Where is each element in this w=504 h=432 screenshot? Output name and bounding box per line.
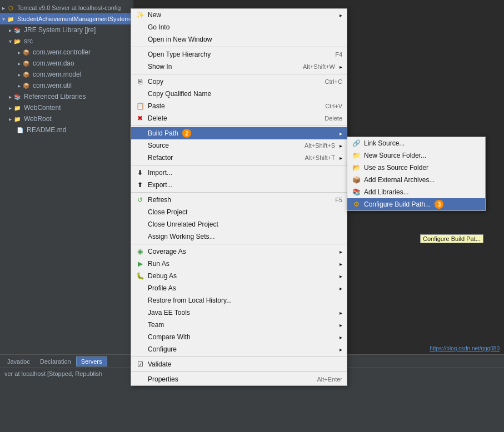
tree-item-student[interactable]: 📁 StudentAchievementManagementSystem-mas… — [0, 13, 133, 24]
menu-item-debugas[interactable]: 🐛 Debug As ▸ — [131, 270, 347, 282]
tree-item-src[interactable]: 📂 src — [0, 36, 133, 47]
empty-icon — [136, 50, 144, 59]
submenu-item-linksource[interactable]: 🔗 Link Source... — [347, 137, 485, 149]
tree-item-webcontent[interactable]: 📁 WebContent — [0, 102, 133, 113]
menu-item-javaeetools[interactable]: Java EE Tools ▸ — [131, 307, 347, 319]
submenu-item-addlibraries[interactable]: 📚 Add Libraries... — [347, 186, 485, 198]
menu-item-validate[interactable]: ☑ Validate — [131, 358, 347, 370]
separator — [131, 74, 347, 74]
empty-icon — [136, 375, 144, 384]
lib-icon: 📚 — [13, 92, 22, 101]
arrow-icon — [9, 93, 13, 101]
menu-item-openwindow[interactable]: Open in New Window — [131, 33, 347, 46]
menu-item-gointo[interactable]: Go Into — [131, 21, 347, 33]
copy-icon: ⎘ — [136, 77, 144, 86]
menu-item-paste[interactable]: 📋 Paste Ctrl+V — [131, 100, 347, 112]
step-badge: 3 — [435, 200, 443, 209]
submenu-arrow: ▸ — [340, 12, 342, 18]
menu-item-refactor[interactable]: Refactor Alt+Shift+T ▸ — [131, 152, 347, 164]
tree-item-webroot[interactable]: 📁 WebRoot — [0, 113, 133, 124]
submenu-item-useasfolder[interactable]: 📂 Use as Source Folder — [347, 162, 485, 174]
export-icon: ⬆ — [136, 180, 144, 189]
menu-item-assignsets[interactable]: Assign Working Sets... — [131, 230, 347, 243]
menu-item-showin[interactable]: Show In Alt+Shift+W ▸ — [131, 61, 347, 73]
menu-item-export[interactable]: ⬆ Export... — [131, 179, 347, 191]
tree-label: com.wenr.dao — [33, 59, 74, 67]
empty-icon — [136, 284, 144, 293]
separator — [131, 125, 347, 126]
menu-item-copy[interactable]: ⎘ Copy Ctrl+C — [131, 76, 347, 88]
tree-item-controller[interactable]: 📦 com.wenr.controller — [0, 47, 133, 58]
tab-declaration[interactable]: Declaration — [35, 356, 76, 366]
tree-item-dao[interactable]: 📦 com.wenr.dao — [0, 58, 133, 69]
menu-item-typehierarchy[interactable]: Open Type Hierarchy F4 — [131, 48, 347, 61]
tree-item-util[interactable]: 📦 com.wenr.util — [0, 80, 133, 91]
tab-javadoc[interactable]: Javadoc — [2, 356, 35, 366]
import-icon: ⬇ — [136, 168, 144, 177]
menu-item-new[interactable]: ✨ New ▸ — [131, 9, 347, 21]
submenu-item-addexternal[interactable]: 📦 Add External Archives... — [347, 174, 485, 186]
submenu-arrow: ▸ — [340, 155, 342, 161]
menu-item-closeproject[interactable]: Close Project — [131, 206, 347, 218]
empty-icon — [136, 62, 144, 71]
menu-item-restore[interactable]: Restore from Local History... — [131, 294, 347, 307]
tree-label: com.wenr.util — [33, 82, 72, 89]
checkbox-icon: ☑ — [136, 360, 144, 369]
submenu-arrow: ▸ — [340, 143, 342, 149]
menu-item-delete[interactable]: ✖ Delete Delete — [131, 112, 347, 124]
empty-icon — [136, 296, 144, 305]
submenu-arrow: ▸ — [340, 334, 342, 340]
arrow-icon — [9, 104, 13, 112]
package-icon: 📦 — [22, 81, 31, 90]
arrow-icon — [18, 48, 22, 56]
submenu-item-newsourcefolder[interactable]: 📁 New Source Folder... — [347, 149, 485, 162]
empty-icon — [136, 320, 144, 329]
tree-item-reflibs[interactable]: 📚 Referenced Libraries — [0, 91, 133, 102]
submenu-arrow: ▸ — [340, 322, 342, 328]
folder-icon: 📁 — [13, 114, 22, 123]
menu-item-profileas[interactable]: Profile As ▸ — [131, 282, 347, 294]
coverage-icon: ◉ — [136, 247, 144, 256]
empty-icon — [136, 141, 144, 150]
menu-item-source[interactable]: Source Alt+Shift+S ▸ — [131, 139, 347, 152]
tree-item-tomcat[interactable]: ⬡ Tomcat v9.0 Server at localhost-config — [0, 2, 133, 13]
empty-icon — [136, 35, 144, 44]
server-icon: ⬡ — [6, 3, 15, 12]
tree-label: WebContent — [24, 104, 61, 112]
menu-item-import[interactable]: ⬇ Import... — [131, 167, 347, 179]
menu-item-coverage[interactable]: ◉ Coverage As ▸ — [131, 245, 347, 258]
context-menu: ✨ New ▸ Go Into Open in New Window Open … — [131, 8, 347, 386]
source-folder-icon: 📂 — [352, 163, 361, 172]
delete-icon: ✖ — [136, 114, 144, 123]
tree-label: Referenced Libraries — [24, 93, 86, 101]
empty-icon — [136, 345, 144, 354]
project-icon: 📁 — [6, 14, 15, 23]
menu-item-properties[interactable]: Properties Alt+Enter — [131, 373, 347, 385]
menu-item-team[interactable]: Team ▸ — [131, 319, 347, 331]
menu-item-comparewith[interactable]: Compare With ▸ — [131, 331, 347, 343]
menu-item-buildpath[interactable]: Build Path 2 ▸ — [131, 127, 347, 139]
package-icon: 📦 — [22, 59, 31, 68]
separator — [131, 47, 347, 47]
submenu-item-configurebuildpath[interactable]: ⚙ Configure Build Path... 3 — [347, 198, 485, 210]
buildpath-label: Build Path 2 — [148, 129, 335, 138]
submenu-arrow: ▸ — [340, 64, 342, 70]
menu-item-copyqualified[interactable]: Copy Qualified Name — [131, 88, 347, 100]
menu-item-closeunrelated[interactable]: Close Unrelated Project — [131, 218, 347, 230]
tree-item-model[interactable]: 📦 com.wenr.model — [0, 69, 133, 80]
empty-icon — [136, 232, 144, 241]
tree-item-jre[interactable]: 📚 JRE System Library [jre] — [0, 24, 133, 36]
menu-item-configure[interactable]: Configure ▸ — [131, 343, 347, 355]
menu-item-runas[interactable]: ▶ Run As ▸ — [131, 258, 347, 270]
submenu-arrow: ▸ — [340, 285, 342, 292]
arrow-icon — [9, 26, 13, 34]
tree-item-readme[interactable]: 📄 README.md — [0, 124, 133, 135]
tab-servers[interactable]: Servers — [76, 356, 107, 366]
configure-buildpath-label: Configure Build Path... 3 — [364, 200, 443, 209]
empty-icon — [136, 208, 144, 217]
menu-item-refresh[interactable]: ↺ Refresh F5 — [131, 194, 347, 206]
new-icon: ✨ — [136, 11, 144, 19]
empty-icon — [136, 89, 144, 98]
arrow-icon — [18, 71, 22, 78]
submenu-arrow: ▸ — [340, 261, 342, 267]
